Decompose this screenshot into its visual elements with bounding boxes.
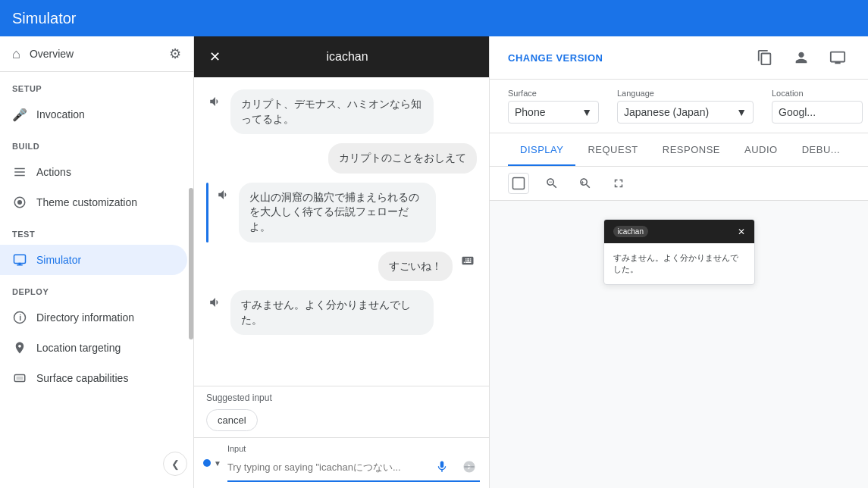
svg-rect-5 xyxy=(14,255,26,263)
sidebar-section-deploy: Deploy i Directory information Location … xyxy=(0,275,193,393)
message-bubble-5: すみません。よく分かりませんでした。 xyxy=(230,290,434,335)
message-bubble-2: カリプトのことをおしえて xyxy=(328,143,477,174)
blue-border xyxy=(206,183,208,242)
svg-rect-7 xyxy=(19,263,21,264)
svg-rect-1 xyxy=(14,171,25,173)
block-icon[interactable] xyxy=(459,456,480,477)
mic-icon: 🎤 xyxy=(12,107,27,122)
svg-rect-0 xyxy=(14,168,25,170)
right-header-icons xyxy=(753,45,850,70)
monitor-icon[interactable] xyxy=(826,45,850,70)
language-label: Language xyxy=(617,89,754,98)
zoom-in-icon[interactable] xyxy=(575,173,596,194)
app-header: Simulator xyxy=(0,0,868,36)
sidebar-scrollbar xyxy=(189,188,193,339)
suggestion-chip-cancel[interactable]: cancel xyxy=(206,409,258,431)
message-bubble-3: 火山の洞窟の脇穴で捕まえられるのを大人しく待てる伝説フェローだよ。 xyxy=(239,183,436,242)
svg-rect-2 xyxy=(14,175,25,177)
sidebar-item-simulator[interactable]: Simulator xyxy=(0,245,187,275)
right-panel-header: CHANGE VERSION xyxy=(490,36,868,80)
fullscreen-icon[interactable] xyxy=(608,173,629,194)
tab-debug[interactable]: DEBU... xyxy=(790,133,852,166)
display-tabs: DISPLAY REQUEST RESPONSE AUDIO DEBU... xyxy=(490,133,868,167)
sound-icon-5[interactable] xyxy=(206,293,224,311)
simulator-icon xyxy=(12,252,27,267)
svg-text:i: i xyxy=(19,313,21,322)
message-bubble-1: カリプト、デモナス、ハミオンなら知ってるよ。 xyxy=(230,89,434,134)
build-label: Build xyxy=(0,130,193,157)
chat-input[interactable] xyxy=(227,461,425,473)
message-bubble-4: すごいね！ xyxy=(378,252,453,282)
input-wrapper: Input xyxy=(227,444,480,482)
phone-message: すみません。よく分かりませんでした。 xyxy=(604,243,754,284)
phone-app-name: icachan xyxy=(613,226,648,237)
language-dropdown-arrow: ▼ xyxy=(736,106,747,118)
sidebar-section-setup: Setup 🎤 Invocation xyxy=(0,72,193,130)
chat-title: icachan xyxy=(221,50,474,64)
input-area: ▼ Input xyxy=(194,437,489,488)
chat-message-2: カリプトのことをおしえて xyxy=(206,143,477,174)
display-content: icachan ✕ すみません。よく分かりませんでした。 xyxy=(490,201,868,488)
tab-request[interactable]: REQUEST xyxy=(575,133,650,166)
surface-label: Surface capabilities xyxy=(36,372,128,384)
sidebar-item-invocation[interactable]: 🎤 Invocation xyxy=(0,99,187,130)
gear-icon[interactable]: ⚙ xyxy=(169,45,181,62)
surface-icon xyxy=(12,371,27,386)
simulator-label: Simulator xyxy=(36,254,81,266)
overview-label: Overview xyxy=(30,48,74,60)
sound-icon-1[interactable] xyxy=(206,92,224,111)
sidebar-item-theme[interactable]: Theme customization xyxy=(0,187,187,217)
test-label: Test xyxy=(0,217,193,245)
svg-rect-13 xyxy=(513,178,525,189)
chat-header: ✕ icachan xyxy=(194,36,489,77)
overview-left: ⌂ Overview xyxy=(12,46,74,62)
language-select[interactable]: Japanese (Japan) ▼ xyxy=(617,101,754,124)
simulator-panel: ✕ icachan カリプト、デモナス、ハミオンなら知ってるよ。 xyxy=(194,36,490,488)
sidebar: ⌂ Overview ⚙ Setup 🎤 Invocation Build Ac… xyxy=(0,36,194,488)
change-version-button[interactable]: CHANGE VERSION xyxy=(508,52,603,64)
input-prefix: ▼ xyxy=(203,459,221,468)
dropdown-arrow[interactable]: ▼ xyxy=(214,459,221,468)
frame-icon[interactable] xyxy=(508,173,529,194)
theme-label: Theme customization xyxy=(36,196,137,208)
phone-mockup-header: icachan ✕ xyxy=(604,220,754,243)
right-panel: CHANGE VERSION Surface xyxy=(490,36,868,488)
location-label: Location xyxy=(772,89,863,98)
tab-audio[interactable]: AUDIO xyxy=(732,133,790,166)
chat-message-3: 火山の洞窟の脇穴で捕まえられるのを大人しく待てる伝説フェローだよ。 xyxy=(215,183,477,242)
deploy-label: Deploy xyxy=(0,275,193,302)
setup-label: Setup xyxy=(0,72,193,99)
directory-label: Directory information xyxy=(36,311,134,324)
sidebar-section-build: Build Actions Theme customization xyxy=(0,130,193,217)
sidebar-overview[interactable]: ⌂ Overview ⚙ xyxy=(0,36,193,72)
svg-rect-12 xyxy=(464,466,475,468)
home-icon: ⌂ xyxy=(12,46,20,62)
sidebar-item-directory[interactable]: i Directory information xyxy=(0,302,187,333)
account-icon[interactable] xyxy=(789,45,813,70)
surface-label: Surface xyxy=(508,89,599,98)
location-select[interactable]: Googl... xyxy=(772,101,863,124)
chat-message-3-wrapper: 火山の洞窟の脇穴で捕まえられるのを大人しく待てる伝説フェローだよ。 xyxy=(206,183,477,242)
sidebar-item-actions[interactable]: Actions xyxy=(0,157,187,187)
actions-label: Actions xyxy=(36,166,71,178)
collapse-icon: ❮ xyxy=(171,458,180,470)
sidebar-item-surface[interactable]: Surface capabilities xyxy=(0,363,187,393)
sidebar-collapse-button[interactable]: ❮ xyxy=(163,452,187,476)
location-control: Location Googl... xyxy=(772,89,863,124)
location-icon xyxy=(12,340,27,355)
zoom-out-icon[interactable] xyxy=(541,173,562,194)
input-field-row xyxy=(227,456,480,482)
sidebar-item-location[interactable]: Location targeting xyxy=(0,333,187,363)
input-label: Input xyxy=(227,444,480,453)
surface-select[interactable]: Phone ▼ xyxy=(508,101,599,124)
chat-close-icon[interactable]: ✕ xyxy=(209,48,221,65)
tab-response[interactable]: RESPONSE xyxy=(650,133,732,166)
theme-icon xyxy=(12,195,27,210)
app-title: Simulator xyxy=(12,10,76,27)
phone-close-icon[interactable]: ✕ xyxy=(738,227,745,237)
mic-input-icon[interactable] xyxy=(431,456,453,477)
tab-display[interactable]: DISPLAY xyxy=(508,133,575,166)
language-control: Language Japanese (Japan) ▼ xyxy=(617,89,754,124)
sound-icon-3[interactable] xyxy=(215,186,233,204)
copy-icon[interactable] xyxy=(753,45,777,70)
